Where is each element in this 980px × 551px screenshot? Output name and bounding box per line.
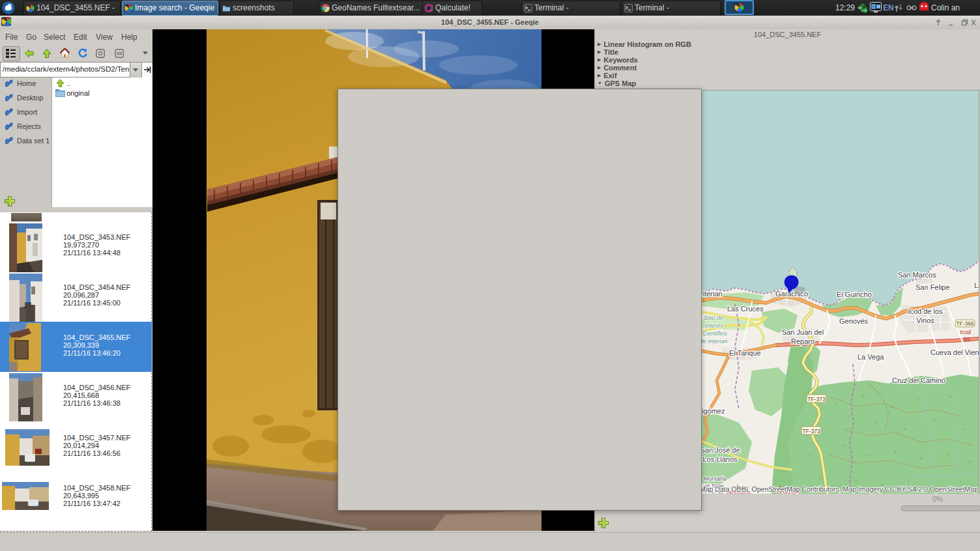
svg-text:Icod de los: Icod de los — [908, 307, 943, 315]
svg-text:San Marcos: San Marcos — [898, 271, 936, 279]
svg-text:Los Llanos: Los Llanos — [702, 455, 738, 463]
svg-text:TF-366: TF-366 — [956, 320, 974, 327]
svg-text:Reparo: Reparo — [791, 337, 814, 345]
svg-text:de Interian: de Interian — [700, 338, 728, 345]
svg-text:igómez: igómez — [702, 407, 725, 415]
svg-text:TF-373: TF-373 — [802, 428, 820, 434]
svg-text:Científico: Científico — [702, 330, 727, 337]
svg-text:Genovés: Genovés — [839, 317, 869, 325]
svg-text:Interian: Interian — [699, 290, 723, 298]
svg-text:Cruz del Camino: Cruz del Camino — [892, 376, 945, 384]
svg-text:Map Data ODBL OpenStreetMap Co: Map Data ODBL OpenStreetMap Contributors… — [700, 485, 978, 493]
svg-text:Las Cruces: Las Cruces — [727, 305, 764, 313]
svg-text:Sitio de: Sitio de — [704, 315, 723, 321]
svg-text:Interés: Interés — [705, 322, 723, 329]
svg-text:San José de: San José de — [700, 446, 740, 454]
svg-text:Vinos: Vinos — [916, 317, 934, 324]
svg-text:La Vega: La Vega — [857, 353, 884, 361]
svg-text:Icod: Icod — [960, 329, 971, 335]
svg-text:San Felipe: San Felipe — [915, 283, 950, 291]
svg-text:El Guincho: El Guincho — [837, 290, 872, 298]
svg-text:La: La — [974, 281, 979, 289]
svg-text:TF-373: TF-373 — [807, 396, 826, 403]
svg-text:San Juan del: San Juan del — [782, 328, 824, 336]
svg-text:El Tanque: El Tanque — [729, 349, 761, 357]
svg-text:Cueva del Viento: Cueva del Viento — [930, 348, 979, 356]
svg-text:55: 55 — [964, 336, 970, 343]
svg-text:Montaña: Montaña — [704, 475, 727, 482]
